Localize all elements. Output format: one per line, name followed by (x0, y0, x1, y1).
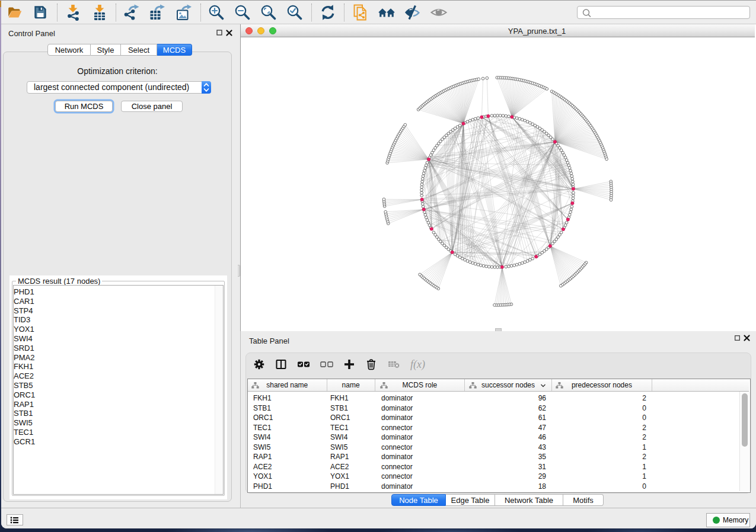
svg-text:f(x): f(x) (410, 358, 425, 371)
